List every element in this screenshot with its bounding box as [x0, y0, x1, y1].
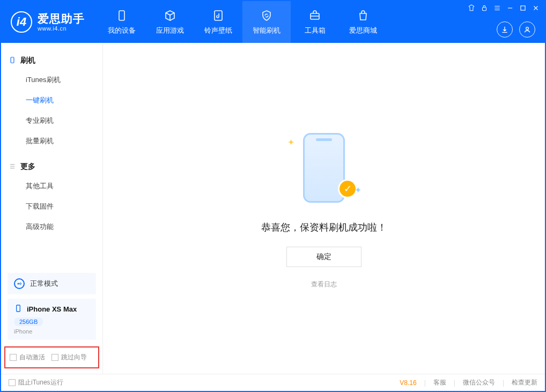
svg-point-5: [526, 27, 529, 30]
device-name: iPhone XS Max: [27, 305, 77, 313]
checkbox-label: 自动激活: [19, 353, 45, 362]
app-window: i4 爱思助手 www.i4.cn 我的设备 应用游戏 铃声壁纸 智能刷机: [0, 0, 546, 392]
mode-icon: [14, 278, 25, 289]
sidebar-item-download-firmware[interactable]: 下载固件: [9, 196, 95, 217]
footer: 阻止iTunes运行 V8.16 | 客服 | 微信公众号 | 检查更新: [1, 374, 545, 391]
sidebar: 刷机 iTunes刷机 一键刷机 专业刷机 批量刷机 更多 其他工具 下载固件 …: [1, 43, 103, 374]
header-actions: [497, 21, 535, 38]
svg-rect-0: [119, 11, 124, 20]
brand: i4 爱思助手 www.i4.cn: [11, 11, 85, 33]
sidebar-bottom: 正常模式 iPhone XS Max 256GB iPhone 自动激活: [1, 269, 102, 374]
nav-label: 我的设备: [108, 26, 136, 35]
download-button[interactable]: [497, 21, 513, 38]
content: ✦ ✓ ✦ 恭喜您，保资料刷机成功啦！ 确定 查看日志: [103, 43, 545, 374]
ok-button[interactable]: 确定: [286, 247, 361, 267]
sidebar-item-other-tools[interactable]: 其他工具: [9, 176, 95, 196]
checkbox-auto-activate[interactable]: 自动激活: [10, 353, 45, 362]
sparkle-icon: ✦: [287, 137, 294, 147]
divider: |: [454, 379, 455, 387]
svg-rect-6: [11, 57, 14, 63]
checkbox-label: 跳过向导: [61, 353, 87, 362]
checkbox-label: 阻止iTunes运行: [18, 378, 63, 387]
sidebar-head-label: 刷机: [20, 56, 35, 65]
window-controls: [468, 4, 540, 13]
nav-toolbox[interactable]: 工具箱: [291, 1, 339, 43]
sidebar-section-flash: 刷机 iTunes刷机 一键刷机 专业刷机 批量刷机 更多 其他工具 下载固件 …: [1, 51, 102, 243]
checkbox-box: [10, 354, 17, 361]
divider: |: [503, 379, 504, 387]
nav: 我的设备 应用游戏 铃声壁纸 智能刷机 工具箱 爱思商城: [98, 1, 387, 43]
mode-label: 正常模式: [30, 279, 58, 289]
menu-icon[interactable]: [493, 4, 501, 13]
brand-sub: www.i4.cn: [38, 25, 85, 32]
nav-label: 智能刷机: [253, 26, 281, 35]
sidebar-item-oneclick-flash[interactable]: 一键刷机: [9, 90, 95, 110]
nav-label: 工具箱: [305, 26, 326, 35]
maximize-button[interactable]: [519, 4, 527, 13]
sidebar-item-pro-flash[interactable]: 专业刷机: [9, 110, 95, 131]
sparkle-icon: ✦: [355, 185, 361, 195]
checkbox-box: [51, 354, 58, 361]
device-storage-pill: 256GB: [14, 317, 43, 326]
music-file-icon: [211, 9, 225, 23]
options-highlight-box: 自动激活 跳过向导: [4, 346, 99, 368]
checkbox-skip-guide[interactable]: 跳过向导: [51, 353, 87, 362]
divider: |: [424, 379, 426, 387]
device-small-icon: [14, 304, 23, 314]
device-icon: [115, 9, 129, 23]
cube-icon: [163, 9, 177, 23]
nav-label: 爱思商城: [349, 26, 377, 35]
toolbox-icon: [308, 9, 322, 23]
footer-link-update[interactable]: 检查更新: [512, 378, 537, 387]
nav-smart-flash[interactable]: 智能刷机: [242, 1, 291, 43]
minimize-button[interactable]: [506, 4, 514, 13]
svg-rect-9: [17, 305, 20, 312]
brand-logo-icon: i4: [11, 11, 32, 33]
view-log-link[interactable]: 查看日志: [311, 280, 337, 289]
svg-point-7: [18, 283, 19, 285]
sidebar-item-advanced[interactable]: 高级功能: [9, 217, 95, 237]
sidebar-head-more: 更多: [9, 158, 95, 176]
nav-label: 应用游戏: [156, 26, 184, 35]
nav-store[interactable]: 爱思商城: [339, 1, 387, 43]
sidebar-item-itunes-flash[interactable]: iTunes刷机: [9, 70, 95, 90]
svg-rect-1: [215, 11, 222, 20]
phone-small-icon: [9, 56, 16, 65]
brand-title: 爱思助手: [38, 12, 85, 25]
sidebar-list-more: 其他工具 下载固件 高级功能: [9, 176, 95, 243]
footer-link-wechat[interactable]: 微信公众号: [463, 378, 495, 387]
success-message: 恭喜您，保资料刷机成功啦！: [261, 221, 387, 234]
sidebar-head-label: 更多: [20, 162, 35, 172]
nav-my-device[interactable]: 我的设备: [98, 1, 146, 43]
nav-ringtones-wallpapers[interactable]: 铃声壁纸: [194, 1, 242, 43]
checkbox-box: [9, 379, 16, 386]
bag-icon: [356, 9, 370, 23]
shield-sync-icon: [260, 9, 274, 23]
skin-icon[interactable]: [468, 4, 475, 13]
footer-link-support[interactable]: 客服: [433, 378, 446, 387]
checkbox-block-itunes[interactable]: 阻止iTunes运行: [9, 378, 63, 387]
success-illustration: ✦ ✓ ✦: [286, 128, 361, 208]
user-button[interactable]: [519, 21, 535, 38]
svg-rect-3: [483, 8, 486, 11]
sidebar-head-flash: 刷机: [9, 51, 95, 70]
mode-card[interactable]: 正常模式: [8, 273, 96, 294]
footer-right: V8.16 | 客服 | 微信公众号 | 检查更新: [400, 378, 537, 387]
brand-text: 爱思助手 www.i4.cn: [38, 12, 85, 31]
device-row: iPhone XS Max: [14, 304, 90, 314]
device-type: iPhone: [14, 328, 90, 335]
lock-icon[interactable]: [481, 4, 488, 13]
header: i4 爱思助手 www.i4.cn 我的设备 应用游戏 铃声壁纸 智能刷机: [1, 1, 545, 43]
close-button[interactable]: [532, 4, 540, 13]
svg-point-8: [20, 283, 21, 285]
sidebar-list-flash: iTunes刷机 一键刷机 专业刷机 批量刷机: [9, 70, 95, 158]
list-icon: [9, 162, 16, 172]
nav-label: 铃声壁纸: [204, 26, 232, 35]
sidebar-item-batch-flash[interactable]: 批量刷机: [9, 131, 95, 151]
device-card[interactable]: iPhone XS Max 256GB iPhone: [8, 299, 96, 340]
body: 刷机 iTunes刷机 一键刷机 专业刷机 批量刷机 更多 其他工具 下载固件 …: [1, 43, 545, 374]
version-label: V8.16: [400, 379, 416, 387]
svg-rect-4: [521, 6, 525, 10]
nav-apps-games[interactable]: 应用游戏: [146, 1, 194, 43]
